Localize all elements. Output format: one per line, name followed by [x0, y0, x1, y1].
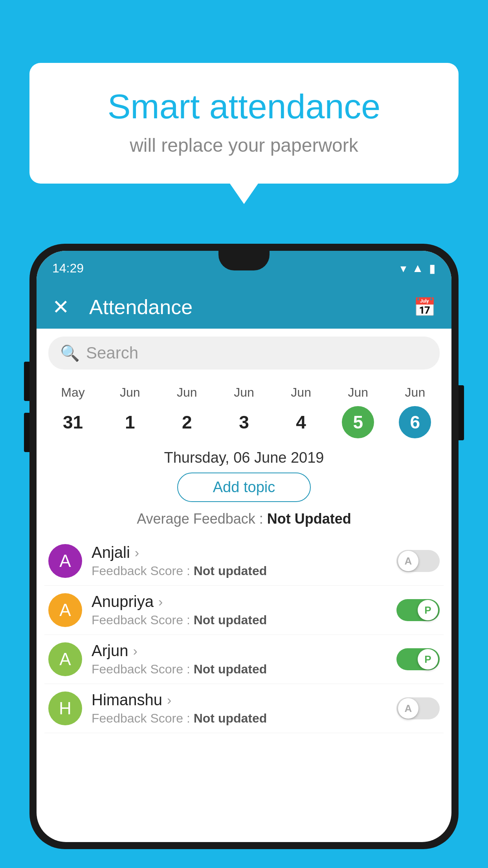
chevron-icon: › — [158, 594, 163, 609]
cal-date-num[interactable]: 6 — [399, 406, 431, 438]
chevron-icon: › — [167, 692, 171, 708]
wifi-icon: ▾ — [400, 261, 406, 275]
score-value: Not updated — [194, 711, 267, 725]
search-input[interactable]: Search — [86, 344, 138, 362]
side-button-power — [459, 385, 464, 440]
cal-month-label: Jun — [120, 385, 140, 400]
chevron-icon: › — [135, 545, 139, 560]
cal-day-2[interactable]: Jun2 — [171, 385, 203, 438]
toggle-container[interactable]: A — [396, 697, 440, 719]
attendance-toggle[interactable]: P — [396, 648, 440, 670]
cal-month-label: May — [61, 385, 84, 400]
student-avatar: A — [48, 544, 82, 578]
calendar-icon[interactable]: 📅 — [413, 296, 436, 318]
student-info: Anjali›Feedback Score : Not updated — [92, 544, 396, 578]
app-bar: ✕ Attendance 📅 — [37, 285, 451, 329]
attendance-toggle[interactable]: A — [396, 550, 440, 572]
student-name-text: Arjun — [92, 642, 128, 660]
status-time: 14:29 — [52, 261, 84, 276]
app-title: Attendance — [89, 295, 413, 319]
cal-day-1[interactable]: Jun1 — [114, 385, 146, 438]
cal-date-num[interactable]: 5 — [342, 406, 374, 438]
student-feedback-score: Feedback Score : Not updated — [92, 564, 396, 578]
student-item[interactable]: AArjun›Feedback Score : Not updatedP — [44, 635, 444, 684]
cal-day-6[interactable]: Jun6 — [399, 385, 431, 438]
status-icons: ▾ ▲ ▮ — [400, 261, 436, 275]
cal-date-num[interactable]: 2 — [171, 406, 203, 438]
attendance-toggle[interactable]: A — [396, 697, 440, 719]
toggle-knob: P — [418, 649, 438, 669]
calendar-strip: May31Jun1Jun2Jun3Jun4Jun5Jun6 — [37, 377, 451, 442]
student-info: Arjun›Feedback Score : Not updated — [92, 642, 396, 677]
student-name-text: Anupriya — [92, 593, 154, 611]
cal-month-label: Jun — [177, 385, 197, 400]
student-item[interactable]: AAnupriya›Feedback Score : Not updatedP — [44, 586, 444, 635]
cal-day-3[interactable]: Jun3 — [228, 385, 260, 438]
student-avatar: A — [48, 642, 82, 676]
student-info: Himanshu›Feedback Score : Not updated — [92, 691, 396, 726]
cal-day-0[interactable]: May31 — [57, 385, 89, 438]
notch-cutout — [218, 251, 270, 270]
student-name: Anjali› — [92, 544, 396, 561]
score-value: Not updated — [194, 564, 267, 578]
score-value: Not updated — [194, 662, 267, 676]
toggle-container[interactable]: P — [396, 599, 440, 621]
bubble-subtitle: will replace your paperwork — [61, 134, 427, 156]
student-name-text: Himanshu — [92, 691, 162, 709]
cal-month-label: Jun — [234, 385, 254, 400]
speech-bubble: Smart attendance will replace your paper… — [29, 63, 459, 184]
search-icon: 🔍 — [60, 344, 80, 362]
student-name: Arjun› — [92, 642, 396, 660]
avg-feedback: Average Feedback : Not Updated — [37, 511, 451, 527]
status-bar: 14:29 ▾ ▲ ▮ — [37, 251, 451, 285]
phone-outer: 14:29 ▾ ▲ ▮ ✕ Attendance 📅 🔍 Search — [29, 244, 459, 849]
student-name: Himanshu› — [92, 691, 396, 709]
cal-date-num[interactable]: 4 — [285, 406, 317, 438]
add-topic-button[interactable]: Add topic — [177, 473, 311, 502]
bubble-title: Smart attendance — [61, 86, 427, 127]
cal-month-label: Jun — [348, 385, 368, 400]
cal-date-num[interactable]: 3 — [228, 406, 260, 438]
toggle-knob: A — [398, 698, 418, 719]
phone-mockup: 14:29 ▾ ▲ ▮ ✕ Attendance 📅 🔍 Search — [29, 244, 459, 849]
side-button-vol-down — [24, 413, 29, 452]
cal-month-label: Jun — [405, 385, 426, 400]
student-list: AAnjali›Feedback Score : Not updatedAAAn… — [37, 537, 451, 733]
student-item[interactable]: AAnjali›Feedback Score : Not updatedA — [44, 537, 444, 586]
chevron-icon: › — [133, 643, 137, 658]
search-bar[interactable]: 🔍 Search — [48, 337, 440, 370]
score-value: Not updated — [194, 613, 267, 627]
student-feedback-score: Feedback Score : Not updated — [92, 711, 396, 726]
side-button-vol-up — [24, 362, 29, 401]
avg-feedback-label: Average Feedback : — [137, 511, 267, 527]
phone-screen: 14:29 ▾ ▲ ▮ ✕ Attendance 📅 🔍 Search — [37, 251, 451, 842]
student-avatar: H — [48, 691, 82, 725]
cal-date-num[interactable]: 1 — [114, 406, 146, 438]
toggle-knob: P — [418, 600, 438, 620]
close-button[interactable]: ✕ — [52, 295, 70, 319]
toggle-knob: A — [398, 551, 418, 571]
student-item[interactable]: HHimanshu›Feedback Score : Not updatedA — [44, 684, 444, 733]
student-name-text: Anjali — [92, 544, 130, 561]
battery-icon: ▮ — [429, 261, 436, 275]
avg-feedback-value: Not Updated — [267, 511, 351, 527]
student-feedback-score: Feedback Score : Not updated — [92, 662, 396, 677]
cal-day-5[interactable]: Jun5 — [342, 385, 374, 438]
student-info: Anupriya›Feedback Score : Not updated — [92, 593, 396, 627]
signal-icon: ▲ — [412, 261, 424, 275]
toggle-container[interactable]: P — [396, 648, 440, 670]
cal-date-num[interactable]: 31 — [57, 406, 89, 438]
cal-month-label: Jun — [291, 385, 311, 400]
student-name: Anupriya› — [92, 593, 396, 611]
student-feedback-score: Feedback Score : Not updated — [92, 613, 396, 627]
cal-day-4[interactable]: Jun4 — [285, 385, 317, 438]
attendance-toggle[interactable]: P — [396, 599, 440, 621]
student-avatar: A — [48, 593, 82, 627]
selected-date: Thursday, 06 June 2019 — [37, 449, 451, 466]
speech-bubble-container: Smart attendance will replace your paper… — [29, 63, 459, 184]
toggle-container[interactable]: A — [396, 550, 440, 572]
